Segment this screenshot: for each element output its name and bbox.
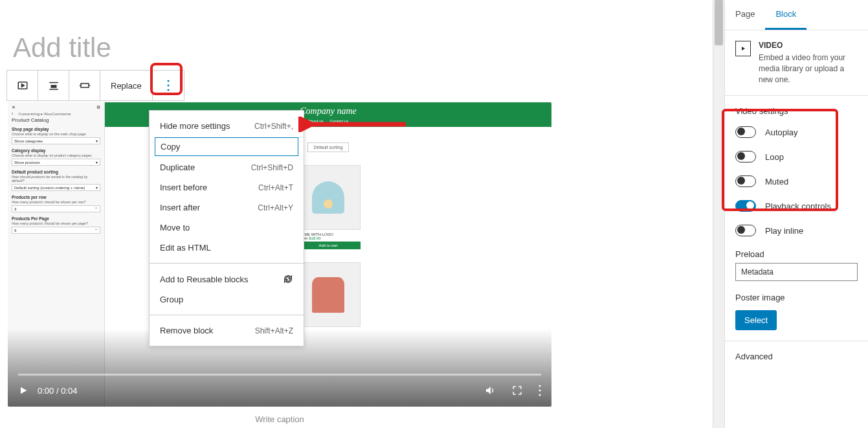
svg-rect-5 <box>81 84 89 87</box>
select-value: Metadata <box>741 267 773 276</box>
block-type-label: VIDEO <box>759 41 858 50</box>
video-icon <box>735 41 751 56</box>
svg-rect-4 <box>49 89 58 90</box>
svg-point-8 <box>167 80 169 82</box>
svg-rect-3 <box>50 85 56 88</box>
reusable-icon <box>283 274 293 284</box>
block-inspector: Page Block VIDEO Embed a video from your… <box>724 0 868 428</box>
svg-rect-2 <box>49 82 58 84</box>
breadcrumb: Customizing ▸ WooCommerce <box>18 111 71 116</box>
product-image: Sale! <box>296 165 361 230</box>
field-help: Choose what to display on product catego… <box>12 153 100 157</box>
editor-canvas: Add title Replace Hide more settings Ctr… <box>0 0 713 428</box>
search-icon: ⚙ <box>96 105 100 110</box>
replace-button[interactable]: Replace <box>100 71 153 100</box>
menu-move-to[interactable]: Move to <box>150 218 304 238</box>
add-to-cart-button: Add to cart <box>296 242 361 249</box>
poster-label: Poster image <box>735 293 858 302</box>
advanced-panel-toggle[interactable]: Advanced <box>725 341 868 372</box>
block-type-button[interactable] <box>7 71 38 100</box>
menu-shortcut: Shift+Alt+Z <box>255 326 293 335</box>
beanie-icon <box>312 181 344 214</box>
toggle-autoplay[interactable] <box>735 126 756 138</box>
tab-page[interactable]: Page <box>725 0 765 30</box>
toggle-label: Play inline <box>765 226 803 236</box>
number-input: 3⌃ <box>12 205 100 212</box>
preload-select[interactable]: Metadata <box>735 263 858 281</box>
align-center-icon <box>48 80 60 91</box>
video-time: 0:00 / 0:04 <box>38 386 77 396</box>
toggle-play-inline-row: Play inline <box>735 225 858 236</box>
toggle-label: Muted <box>765 177 788 186</box>
chevron-left-icon: ‹ <box>12 111 13 116</box>
menu-insert-after[interactable]: Insert after Ctrl+Alt+Y <box>150 197 304 218</box>
menu-label: Copy <box>161 142 180 152</box>
align-wide-button[interactable] <box>69 71 100 100</box>
number-input: 9⌃ <box>12 227 100 234</box>
menu-label: Duplicate <box>160 163 195 172</box>
toggle-playback-controls[interactable] <box>735 200 756 212</box>
toggle-autoplay-row: Autoplay <box>735 126 858 138</box>
customizer-sidebar-preview: ✕⚙ ‹Customizing ▸ WooCommerce Product Ca… <box>8 102 105 407</box>
block-toolbar: Replace <box>6 70 184 101</box>
menu-label: Hide more settings <box>160 121 230 131</box>
more-options-button[interactable] <box>153 71 184 100</box>
align-wide-icon <box>78 80 91 91</box>
svg-point-15 <box>539 390 541 392</box>
toggle-label: Autoplay <box>765 128 798 137</box>
svg-marker-17 <box>742 47 745 51</box>
volume-icon[interactable] <box>484 385 496 396</box>
svg-marker-13 <box>21 387 27 394</box>
menu-edit-html[interactable]: Edit as HTML <box>150 238 304 258</box>
field-label: Products per row <box>12 195 100 199</box>
page-title-placeholder[interactable]: Add title <box>13 32 706 63</box>
svg-point-10 <box>167 89 169 91</box>
poster-select-button[interactable]: Select <box>735 310 777 330</box>
video-caption-placeholder[interactable]: Write caption <box>8 414 551 424</box>
hoodie-icon <box>312 277 344 313</box>
scrollbar-thumb[interactable] <box>715 0 723 45</box>
svg-point-16 <box>539 394 541 396</box>
menu-remove-block[interactable]: Remove block Shift+Alt+Z <box>150 321 304 341</box>
menu-duplicate[interactable]: Duplicate Ctrl+Shift+D <box>150 157 304 177</box>
field-help: How should products be sorted in the cat… <box>12 175 100 183</box>
menu-hide-more-settings[interactable]: Hide more settings Ctrl+Shift+, <box>150 116 304 136</box>
select: Show products▾ <box>12 159 100 166</box>
panel-title: Video settings <box>735 106 858 116</box>
nav-item: Contact us <box>330 119 349 123</box>
video-block-icon <box>17 80 28 91</box>
align-button[interactable] <box>38 71 69 100</box>
field-help: How many products should be shown per pa… <box>12 221 100 225</box>
toggle-play-inline[interactable] <box>735 225 756 236</box>
svg-marker-1 <box>21 84 24 87</box>
menu-shortcut: Ctrl+Shift+D <box>251 163 293 172</box>
field-label: Products Per Page <box>12 216 100 221</box>
menu-shortcut: Ctrl+Shift+, <box>254 122 293 131</box>
field-label: Category display <box>12 148 100 153</box>
menu-add-reusable[interactable]: Add to Reusable blocks <box>150 269 304 289</box>
product-card: Sale! <box>296 262 361 327</box>
nav-item: About us <box>308 119 324 123</box>
menu-group[interactable]: Group <box>150 289 304 310</box>
toggle-muted-row: Muted <box>735 175 858 187</box>
fullscreen-icon[interactable] <box>511 385 523 396</box>
block-description: VIDEO Embed a video from your media libr… <box>725 30 868 96</box>
menu-label: Group <box>160 295 183 304</box>
toggle-loop-row: Loop <box>735 151 858 163</box>
product-price: $20.00$18.00 <box>296 236 361 240</box>
video-settings-panel: Video settings Autoplay Loop Muted Playb… <box>725 96 868 341</box>
menu-label: Remove block <box>160 326 213 335</box>
menu-insert-before[interactable]: Insert before Ctrl+Alt+T <box>150 177 304 197</box>
more-vertical-icon[interactable] <box>539 385 541 396</box>
toggle-playback-controls-row: Playback controls <box>735 200 858 212</box>
field-help: Choose what to display on the main shop … <box>12 132 100 136</box>
toggle-loop[interactable] <box>735 151 756 163</box>
tab-block[interactable]: Block <box>765 0 807 30</box>
menu-label: Move to <box>160 223 190 232</box>
field-label: Default product sorting <box>12 170 100 174</box>
menu-label: Insert before <box>160 183 207 192</box>
toggle-muted[interactable] <box>735 175 756 187</box>
editor-scrollbar[interactable] <box>713 0 724 428</box>
menu-copy[interactable]: Copy <box>155 137 298 156</box>
play-icon[interactable] <box>18 385 28 396</box>
